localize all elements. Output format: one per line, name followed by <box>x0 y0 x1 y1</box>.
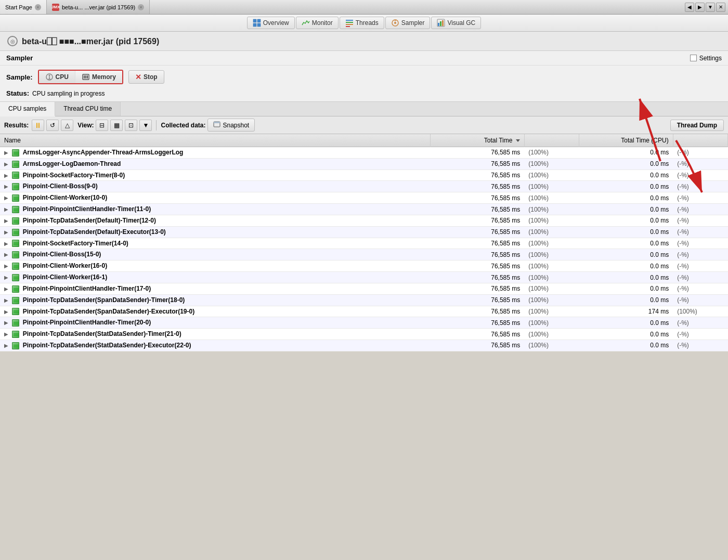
stop-icon: ✕ <box>135 73 141 81</box>
row-total-pct: (100%) <box>524 204 579 215</box>
view-filter-btn[interactable]: ⊡ <box>125 120 137 131</box>
thread-icon <box>12 217 19 225</box>
tab-thread-cpu-time[interactable]: Thread CPU time <box>55 102 121 116</box>
row-total-pct: (100%) <box>524 272 579 283</box>
tab-close-jmx[interactable]: × <box>138 4 144 10</box>
view-dropdown-btn[interactable]: ▼ <box>139 120 152 131</box>
table-row[interactable]: ▶ Pinpoint-PinpointClientHandler-Timer(1… <box>0 283 728 294</box>
thread-icon <box>12 229 19 236</box>
snapshot-icon <box>213 121 220 129</box>
row-total-time: 76,585 ms <box>431 181 525 192</box>
row-cpu-pct: (-%) <box>673 192 727 204</box>
tab-cpu-samples[interactable]: CPU samples <box>0 102 55 116</box>
thread-icon <box>12 183 19 190</box>
table-row[interactable]: ▶ ArmsLogger-LogDaemon-Thread 76,585 ms … <box>0 158 728 170</box>
tab-nav-prev[interactable]: ◀ <box>685 3 694 12</box>
expand-arrow[interactable]: ▶ <box>4 263 8 269</box>
cpu-btn-label: CPU <box>56 73 69 81</box>
pause-btn[interactable]: ⏸ <box>32 120 44 131</box>
expand-arrow[interactable]: ▶ <box>4 195 8 201</box>
monitor-label: Monitor <box>312 19 333 27</box>
expand-arrow[interactable]: ▶ <box>4 331 8 337</box>
toolbar-sampler-btn[interactable]: Sampler <box>385 17 431 29</box>
expand-arrow[interactable]: ▶ <box>4 218 8 224</box>
expand-arrow[interactable]: ▶ <box>4 309 8 315</box>
table-row[interactable]: ▶ Pinpoint-TcpDataSender(SpanDataSender)… <box>0 294 728 306</box>
thread-icon <box>12 274 19 281</box>
table-row[interactable]: ▶ Pinpoint-TcpDataSender(StatDataSender)… <box>0 340 728 351</box>
table-row[interactable]: ▶ Pinpoint-Client-Boss(9-0) 76,585 ms (1… <box>0 181 728 192</box>
snapshot-btn[interactable]: Snapshot <box>207 119 255 132</box>
expand-arrow[interactable]: ▶ <box>4 320 8 325</box>
row-total-time: 76,585 ms <box>431 294 525 306</box>
tab-jmx[interactable]: JMX beta-u... ...ver.jar (pid 17569) × <box>47 0 150 14</box>
settings-checkbox[interactable] <box>690 55 697 61</box>
table-row[interactable]: ▶ Pinpoint-Client-Worker(16-1) 76,585 ms… <box>0 272 728 283</box>
expand-arrow[interactable]: ▶ <box>4 150 8 155</box>
table-row[interactable]: ▶ Pinpoint-PinpointClientHandler-Timer(2… <box>0 317 728 329</box>
stop-btn[interactable]: ✕ Stop <box>128 70 164 84</box>
thread-icon <box>12 263 19 270</box>
table-row[interactable]: ▶ Pinpoint-Client-Boss(15-0) 76,585 ms (… <box>0 249 728 261</box>
tab-nav-buttons: ◀ ▶ ▼ ✕ <box>685 0 728 14</box>
tab-close-start[interactable]: × <box>35 4 41 10</box>
expand-arrow[interactable]: ▶ <box>4 252 8 257</box>
tab-start-page[interactable]: Start Page × <box>0 0 47 14</box>
tab-nav-close[interactable]: ✕ <box>716 3 725 12</box>
refresh-btn[interactable]: ↺ <box>46 120 59 131</box>
toolbar-overview-btn[interactable]: Overview <box>247 17 295 29</box>
row-name: ▶ Pinpoint-Client-Worker(16-1) <box>0 272 431 283</box>
view-table-btn[interactable]: ⊟ <box>96 120 108 131</box>
expand-arrow[interactable]: ▶ <box>4 275 8 280</box>
table-row[interactable]: ▶ ArmsLogger-AsyncAppender-Thread-ArmsLo… <box>0 147 728 159</box>
toolbar-visual-gc-btn[interactable]: Visual GC <box>431 17 481 29</box>
table-row[interactable]: ▶ Pinpoint-Client-Worker(16-0) 76,585 ms… <box>0 261 728 272</box>
row-total-time: 76,585 ms <box>431 226 525 238</box>
row-cpu-pct: (-%) <box>673 158 727 170</box>
expand-arrow[interactable]: ▶ <box>4 241 8 246</box>
expand-arrow[interactable]: ▶ <box>4 343 8 348</box>
thread-icon <box>12 319 19 327</box>
main-toolbar: Overview Monitor Threads Sampler Visual … <box>0 15 728 32</box>
delta-icon: △ <box>65 122 70 129</box>
thread-dump-btn[interactable]: Thread Dump <box>670 120 724 131</box>
table-row[interactable]: ▶ Pinpoint-SocketFactory-Timer(14-0) 76,… <box>0 238 728 249</box>
tab-nav-next[interactable]: ▶ <box>695 3 705 12</box>
svg-rect-22 <box>85 75 86 79</box>
tab-nav-menu[interactable]: ▼ <box>706 3 715 12</box>
table-row[interactable]: ▶ Pinpoint-TcpDataSender(Default)-Execut… <box>0 226 728 238</box>
row-total-pct: (100%) <box>524 329 579 340</box>
table-container[interactable]: Name Total Time Total Time (CPU) ▶ ArmsL… <box>0 134 728 457</box>
table-row[interactable]: ▶ Pinpoint-SocketFactory-Timer(8-0) 76,5… <box>0 170 728 181</box>
expand-arrow[interactable]: ▶ <box>4 206 8 212</box>
row-cpu-time: 0.0 ms <box>579 272 673 283</box>
table-row[interactable]: ▶ Pinpoint-TcpDataSender(Default)-Timer(… <box>0 215 728 226</box>
table-row[interactable]: ▶ Pinpoint-PinpointClientHandler-Timer(1… <box>0 204 728 215</box>
thread-icon <box>12 297 19 304</box>
col-totaltime-header[interactable]: Total Time <box>431 134 525 147</box>
table-row[interactable]: ▶ Pinpoint-TcpDataSender(StatDataSender)… <box>0 329 728 340</box>
row-total-pct: (100%) <box>524 226 579 238</box>
tab-label: Start Page <box>5 4 32 10</box>
table-row[interactable]: ▶ Pinpoint-Client-Worker(10-0) 76,585 ms… <box>0 192 728 204</box>
expand-arrow[interactable]: ▶ <box>4 173 8 178</box>
expand-arrow[interactable]: ▶ <box>4 229 8 235</box>
toolbar-monitor-btn[interactable]: Monitor <box>296 17 339 29</box>
expand-arrow[interactable]: ▶ <box>4 297 8 303</box>
row-cpu-time: 0.0 ms <box>579 204 673 215</box>
delta-btn[interactable]: △ <box>61 120 73 131</box>
toolbar-threads-btn[interactable]: Threads <box>340 17 384 29</box>
cpu-sample-btn[interactable]: CPU <box>39 71 75 83</box>
memory-sample-btn[interactable]: Memory <box>75 71 122 83</box>
row-total-time: 76,585 ms <box>431 317 525 329</box>
expand-arrow[interactable]: ▶ <box>4 286 8 292</box>
view-bar-btn[interactable]: ▦ <box>110 120 123 131</box>
expand-arrow[interactable]: ▶ <box>4 184 8 189</box>
sort-icon <box>516 139 520 142</box>
col-name-header[interactable]: Name <box>0 134 431 147</box>
expand-arrow[interactable]: ▶ <box>4 161 8 167</box>
thread-icon <box>12 206 19 213</box>
table-row[interactable]: ▶ Pinpoint-TcpDataSender(SpanDataSender)… <box>0 306 728 317</box>
row-total-time: 76,585 ms <box>431 283 525 294</box>
col-cputime-header[interactable]: Total Time (CPU) <box>579 134 673 147</box>
